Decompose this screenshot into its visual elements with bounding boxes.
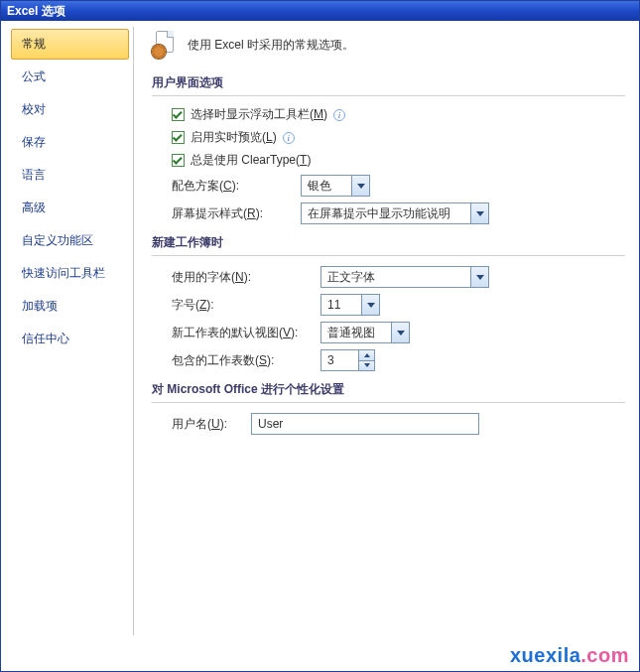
- spinner-buttons: [358, 350, 374, 370]
- section-personalize-title: 对 Microsoft Office 进行个性化设置: [152, 379, 625, 403]
- sidebar-item-proofing[interactable]: 校对: [11, 94, 129, 125]
- color-scheme-row: 配色方案(C): 银色: [172, 175, 625, 197]
- sheets-spinner[interactable]: 3: [320, 349, 375, 371]
- sidebar-item-customize-ribbon[interactable]: 自定义功能区: [11, 225, 129, 256]
- intro-text: 使用 Excel 时采用的常规选项。: [188, 37, 354, 54]
- screentip-select[interactable]: 在屏幕提示中显示功能说明: [301, 202, 489, 224]
- sidebar-item-quick-access[interactable]: 快速访问工具栏: [11, 258, 129, 289]
- sidebar-item-trust-center[interactable]: 信任中心: [11, 324, 129, 354]
- options-icon: [152, 31, 180, 59]
- defaultview-value: 普通视图: [327, 325, 385, 341]
- screentip-label: 屏幕提示样式(R):: [172, 205, 301, 222]
- section-ui-options-title: 用户界面选项: [152, 72, 625, 96]
- defaultview-select[interactable]: 普通视图: [320, 322, 410, 343]
- sheets-row: 包含的工作表数(S): 3: [172, 349, 625, 371]
- sidebar: 常规 公式 校对 保存 语言 高级 自定义功能区 快速访问工具栏 加载项 信任中…: [7, 27, 134, 635]
- sidebar-item-save[interactable]: 保存: [11, 127, 129, 158]
- fontsize-label: 字号(Z):: [172, 297, 320, 314]
- checkbox-minitoolbar[interactable]: [172, 108, 185, 121]
- spinner-down[interactable]: [359, 360, 374, 371]
- spinner-up[interactable]: [359, 350, 374, 360]
- username-row: 用户名(U): User: [172, 413, 625, 435]
- fontsize-row: 字号(Z): 11: [172, 294, 625, 316]
- dropdown-arrow-icon: [361, 295, 379, 315]
- username-value: User: [258, 417, 283, 431]
- fontsize-value: 11: [327, 298, 355, 312]
- sidebar-item-general[interactable]: 常规: [11, 29, 129, 60]
- info-icon[interactable]: i: [333, 109, 345, 121]
- checkbox-row-cleartype: 总是使用 ClearType(T): [172, 152, 625, 169]
- sidebar-item-advanced[interactable]: 高级: [11, 193, 129, 223]
- dropdown-arrow-icon: [470, 203, 488, 223]
- color-scheme-value: 银色: [308, 178, 345, 195]
- section-new-workbook-title: 新建工作簿时: [152, 232, 625, 256]
- defaultview-label: 新工作表的默认视图(V):: [172, 325, 320, 341]
- sheets-label: 包含的工作表数(S):: [172, 352, 320, 369]
- checkbox-row-livepreview: 启用实时预览(L) i: [172, 129, 625, 146]
- dialog-body: 常规 公式 校对 保存 语言 高级 自定义功能区 快速访问工具栏 加载项 信任中…: [1, 21, 639, 641]
- watermark: xuexila.com: [510, 644, 629, 667]
- sheets-value: 3: [327, 353, 358, 367]
- checkbox-livepreview[interactable]: [172, 131, 185, 144]
- dropdown-arrow-icon: [351, 176, 369, 196]
- dropdown-arrow-icon: [391, 323, 409, 342]
- font-value: 正文字体: [327, 269, 464, 286]
- sidebar-item-formulas[interactable]: 公式: [11, 62, 129, 92]
- intro: 使用 Excel 时采用的常规选项。: [152, 31, 625, 59]
- checkbox-row-minitoolbar: 选择时显示浮动工具栏(M) i: [172, 106, 625, 123]
- font-label: 使用的字体(N):: [172, 269, 320, 286]
- username-label: 用户名(U):: [172, 416, 251, 433]
- checkbox-minitoolbar-label: 选择时显示浮动工具栏(M): [191, 106, 327, 123]
- info-icon[interactable]: i: [283, 132, 295, 144]
- screentip-row: 屏幕提示样式(R): 在屏幕提示中显示功能说明: [172, 202, 625, 224]
- excel-options-window: Excel 选项 常规 公式 校对 保存 语言 高级 自定义功能区 快速访问工具…: [0, 0, 640, 672]
- sidebar-item-addins[interactable]: 加载项: [11, 291, 129, 322]
- checkbox-cleartype[interactable]: [172, 154, 185, 167]
- dropdown-arrow-icon: [470, 267, 488, 287]
- defaultview-row: 新工作表的默认视图(V): 普通视图: [172, 322, 625, 343]
- username-input[interactable]: User: [251, 413, 479, 435]
- font-select[interactable]: 正文字体: [320, 266, 489, 288]
- screentip-value: 在屏幕提示中显示功能说明: [308, 205, 464, 222]
- color-scheme-label: 配色方案(C):: [172, 178, 301, 195]
- fontsize-select[interactable]: 11: [320, 294, 380, 316]
- sidebar-item-language[interactable]: 语言: [11, 160, 129, 191]
- watermark-b: .com: [580, 644, 629, 666]
- color-scheme-select[interactable]: 银色: [301, 175, 370, 197]
- content-pane: 使用 Excel 时采用的常规选项。 用户界面选项 选择时显示浮动工具栏(M) …: [134, 21, 639, 641]
- titlebar: Excel 选项: [1, 1, 639, 21]
- font-row: 使用的字体(N): 正文字体: [172, 266, 625, 288]
- watermark-a: xuexila: [510, 644, 580, 666]
- checkbox-cleartype-label: 总是使用 ClearType(T): [191, 152, 311, 169]
- checkbox-livepreview-label: 启用实时预览(L): [191, 129, 277, 146]
